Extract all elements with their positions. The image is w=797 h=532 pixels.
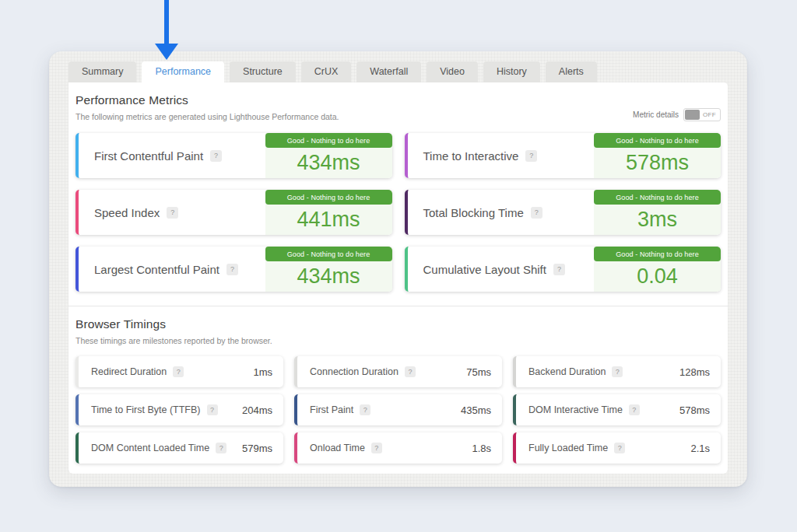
timing-card-connection-duration: Connection Duration ? 75ms	[294, 356, 502, 387]
status-badge: Good - Nothing to do here	[594, 133, 721, 148]
timing-card-onload-time: Onload Time ? 1.8s	[294, 432, 502, 464]
metric-value: 0.04	[637, 266, 678, 287]
metric-card-total-blocking-time: Total Blocking Time ? Good - Nothing to …	[405, 190, 722, 235]
timing-label: Time to First Byte (TTFB)	[91, 404, 201, 415]
metric-value: 434ms	[297, 152, 360, 173]
metrics-section-title: Performance Metrics	[75, 93, 339, 107]
metric-details-control: Metric details OFF	[633, 108, 721, 121]
timing-value: 435ms	[461, 404, 491, 416]
timing-value: 578ms	[679, 404, 710, 416]
metric-label: Cumulative Layout Shift	[423, 263, 546, 276]
timing-value: 75ms	[466, 366, 491, 378]
toggle-state-label: OFF	[703, 111, 716, 118]
metric-card-largest-contentful-paint: Largest Contentful Paint ? Good - Nothin…	[75, 247, 392, 292]
metric-label: Time to Interactive	[423, 149, 519, 163]
timing-label: Onload Time	[310, 443, 365, 453]
timings-section-title: Browser Timings	[75, 317, 272, 331]
tab-bar: Summary Performance Structure CrUX Water…	[68, 61, 728, 82]
tab-crux[interactable]: CrUX	[301, 61, 352, 82]
tab-alerts[interactable]: Alerts	[546, 61, 597, 82]
help-icon[interactable]: ?	[207, 404, 218, 415]
status-badge: Good - Nothing to do here	[265, 247, 392, 261]
metric-value: 578ms	[626, 152, 689, 173]
timing-label: Fully Loaded Time	[528, 443, 608, 453]
help-icon[interactable]: ?	[553, 264, 565, 275]
metric-details-label: Metric details	[633, 110, 679, 119]
timings-section-subtitle: These timings are milestones reported by…	[75, 336, 272, 345]
metric-value-box: Good - Nothing to do here 434ms	[265, 133, 392, 178]
timing-label: First Paint	[310, 404, 353, 415]
help-icon[interactable]: ?	[614, 443, 625, 453]
metrics-grid: First Contentful Paint ? Good - Nothing …	[75, 133, 721, 292]
performance-panel: Performance Metrics The following metric…	[68, 82, 728, 474]
metric-value-box: Good - Nothing to do here 0.04	[594, 247, 721, 292]
timing-card-time-to-first-byte: Time to First Byte (TTFB) ? 204ms	[75, 394, 283, 425]
timing-card-fully-loaded-time: Fully Loaded Time ? 2.1s	[513, 432, 721, 464]
help-icon[interactable]: ?	[371, 443, 382, 453]
help-icon[interactable]: ?	[173, 366, 184, 377]
metric-card-time-to-interactive: Time to Interactive ? Good - Nothing to …	[405, 133, 722, 178]
tab-video[interactable]: Video	[427, 61, 478, 82]
tab-summary[interactable]: Summary	[68, 61, 136, 82]
timing-value: 128ms	[679, 366, 710, 378]
metric-value-box: Good - Nothing to do here 3ms	[594, 190, 721, 235]
timing-label: DOM Interactive Time	[528, 404, 623, 415]
timing-value: 579ms	[242, 443, 272, 454]
status-badge: Good - Nothing to do here	[265, 133, 392, 148]
timing-label: DOM Content Loaded Time	[91, 443, 209, 453]
tab-performance[interactable]: Performance	[142, 61, 224, 82]
metrics-section-header: Performance Metrics The following metric…	[75, 93, 721, 123]
timing-card-dom-interactive-time: DOM Interactive Time ? 578ms	[513, 394, 721, 425]
timing-label: Redirect Duration	[91, 366, 167, 377]
metric-label: Speed Index	[94, 206, 160, 219]
help-icon[interactable]: ?	[525, 150, 537, 162]
timing-card-backend-duration: Backend Duration ? 128ms	[513, 356, 721, 387]
metric-card-speed-index: Speed Index ? Good - Nothing to do here …	[75, 190, 392, 235]
status-badge: Good - Nothing to do here	[594, 247, 721, 261]
metric-value: 434ms	[297, 266, 360, 287]
timing-label: Connection Duration	[310, 366, 398, 377]
section-divider	[68, 306, 728, 306]
help-icon[interactable]: ?	[629, 404, 640, 415]
metrics-section-subtitle: The following metrics are generated usin…	[75, 112, 339, 121]
pointer-arrow-head	[155, 44, 178, 60]
timing-card-redirect-duration: Redirect Duration ? 1ms	[75, 356, 283, 387]
metric-value-box: Good - Nothing to do here 578ms	[594, 133, 721, 178]
help-icon[interactable]: ?	[612, 366, 623, 377]
timing-value: 1ms	[253, 366, 272, 378]
metric-label: Largest Contentful Paint	[94, 263, 219, 276]
status-badge: Good - Nothing to do here	[594, 190, 721, 205]
help-icon[interactable]: ?	[531, 207, 542, 219]
metric-value: 3ms	[637, 209, 677, 230]
tab-waterfall[interactable]: Waterfall	[356, 61, 421, 82]
timings-section-header: Browser Timings These timings are milest…	[75, 317, 721, 347]
metric-value-box: Good - Nothing to do here 441ms	[265, 190, 392, 235]
tab-structure[interactable]: Structure	[230, 61, 296, 82]
timing-value: 204ms	[242, 404, 272, 416]
status-badge: Good - Nothing to do here	[265, 190, 392, 205]
pointer-arrow-line	[164, 0, 169, 45]
metric-value: 441ms	[297, 209, 360, 230]
timing-value: 1.8s	[472, 443, 491, 454]
metric-card-first-contentful-paint: First Contentful Paint ? Good - Nothing …	[75, 133, 392, 178]
help-icon[interactable]: ?	[210, 150, 222, 162]
tab-history[interactable]: History	[483, 61, 540, 82]
timings-grid: Redirect Duration ? 1ms Connection Durat…	[75, 356, 721, 464]
help-icon[interactable]: ?	[226, 264, 238, 275]
help-icon[interactable]: ?	[216, 443, 226, 453]
help-icon[interactable]: ?	[405, 366, 416, 377]
report-card: Summary Performance Structure CrUX Water…	[49, 51, 747, 487]
toggle-knob	[685, 110, 700, 120]
timing-card-first-paint: First Paint ? 435ms	[294, 394, 502, 425]
metric-value-box: Good - Nothing to do here 434ms	[265, 247, 392, 292]
help-icon[interactable]: ?	[167, 207, 178, 219]
timing-label: Backend Duration	[528, 366, 606, 377]
metric-label: First Contentful Paint	[94, 149, 203, 163]
timing-card-dom-content-loaded-time: DOM Content Loaded Time ? 579ms	[75, 432, 283, 464]
pointer-arrow	[155, 0, 178, 61]
metric-details-toggle[interactable]: OFF	[683, 108, 721, 121]
metric-label: Total Blocking Time	[423, 206, 524, 219]
help-icon[interactable]: ?	[360, 404, 370, 415]
metric-card-cumulative-layout-shift: Cumulative Layout Shift ? Good - Nothing…	[405, 247, 722, 292]
timing-value: 2.1s	[690, 443, 710, 454]
